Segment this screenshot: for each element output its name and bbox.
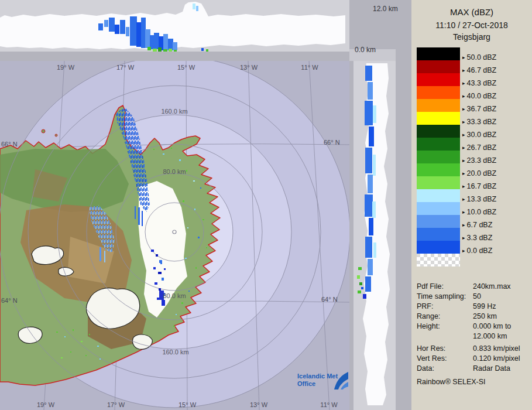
scale-arrow-icon: ▸ — [462, 54, 465, 60]
product-timestamp: 11:10 / 27-Oct-2018 — [411, 20, 532, 30]
scale-swatch — [417, 125, 460, 138]
right-cross-section-panel[interactable] — [353, 61, 396, 410]
scale-swatch — [417, 86, 460, 99]
dbz-color-scale: ▸50.0 dBZ ▸46.7 dBZ ▸43.3 dBZ ▸40.0 dBZ … — [417, 47, 532, 266]
scale-swatch-below-threshold — [417, 254, 460, 266]
scale-label: 0.0 dBZ — [467, 247, 493, 255]
top-cross-section-panel[interactable] — [0, 0, 349, 52]
info-row: PRF:599 Hz — [417, 302, 532, 312]
lat-label-right: 66° N — [324, 139, 340, 146]
software-branding: Rainbow® SELEX-SI — [417, 377, 532, 387]
scale-arrow-icon: ▸ — [462, 158, 465, 163]
range-ring-label: 160.0 km — [162, 348, 188, 356]
scale-swatch — [417, 112, 460, 125]
scale-swatch — [417, 73, 460, 86]
legend-panel: MAX (dBZ) 11:10 / 27-Oct-2018 Teigsbjarg… — [411, 0, 532, 410]
scale-arrow-icon: ▸ — [462, 67, 465, 73]
scale-swatch — [417, 176, 460, 189]
met-office-logo-icon — [334, 371, 349, 390]
radar-station-name: Teigsbjarg — [411, 32, 532, 42]
lon-label-top: 13° W — [240, 64, 258, 71]
lat-label-right: 64° N — [321, 296, 338, 303]
radar-application-window: { "cross_section": { "height_top": "12.0… — [0, 0, 532, 410]
info-row: Vert Res:0.120 km/pixel — [417, 354, 532, 364]
scale-arrow-icon: ▸ — [462, 119, 465, 125]
scale-swatch — [417, 215, 460, 228]
info-row: Time sampling:50 — [417, 292, 532, 302]
range-ring-label: 160.0 km — [161, 108, 187, 115]
scale-label: 20.0 dBZ — [467, 169, 497, 177]
scale-arrow-icon: ▸ — [462, 132, 465, 138]
islet — [42, 129, 45, 133]
scale-swatch — [417, 138, 460, 151]
scale-swatch — [417, 228, 460, 241]
lon-label-bottom: 17° W — [107, 401, 125, 408]
scale-arrow-icon: ▸ — [462, 196, 465, 202]
lon-label-top: 19° W — [57, 64, 74, 71]
info-row: Pdf File:240km.max — [417, 282, 532, 292]
lon-label-top: 15° W — [177, 64, 195, 71]
scale-label: 26.7 dBZ — [467, 144, 497, 152]
main-radar-map-panel[interactable]: 19° W 17° W 15° W 13° W 11° W 19° W 17° … — [0, 61, 349, 410]
lat-label-left: 64° N — [1, 297, 18, 304]
scale-label: 46.7 dBZ — [467, 66, 497, 74]
scale-swatch — [417, 151, 460, 163]
lon-label-bottom: 11° W — [320, 401, 337, 408]
lat-label-left: 66° N — [1, 141, 18, 148]
product-info-block: Pdf File:240km.max Time sampling:50 PRF:… — [417, 282, 532, 374]
lon-label-bottom: 13° W — [250, 401, 267, 408]
scale-swatch — [417, 202, 460, 215]
scale-label: 36.7 dBZ — [467, 105, 497, 113]
scale-swatch — [417, 163, 460, 176]
scale-arrow-icon: ▸ — [462, 145, 465, 151]
scale-label: 23.3 dBZ — [467, 156, 497, 165]
range-ring-label: 80.0 km — [163, 168, 186, 175]
scale-arrow-icon: ▸ — [462, 222, 465, 228]
product-title: MAX (dBZ) — [411, 7, 532, 17]
scale-label: 30.0 dBZ — [467, 131, 497, 139]
scale-label: 6.7 dBZ — [467, 221, 493, 229]
scale-swatch — [417, 241, 460, 254]
scale-label: 3.3 dBZ — [467, 234, 493, 242]
scale-arrow-icon: ▸ — [462, 93, 465, 99]
scale-arrow-icon: ▸ — [462, 248, 465, 254]
scale-label: 40.0 dBZ — [467, 92, 497, 100]
scale-label: 10.0 dBZ — [467, 208, 497, 216]
info-row: Range:250 km — [417, 312, 532, 322]
scale-swatch — [417, 47, 460, 60]
cross-section-top-height-label: 12.0 km — [373, 5, 398, 13]
info-row: Height:0.000 km to — [417, 322, 532, 332]
scale-row: ▸50.0 dBZ — [417, 47, 532, 60]
scale-arrow-icon: ▸ — [462, 235, 465, 241]
right-cross-section-canvas — [353, 61, 396, 410]
scale-swatch — [417, 99, 460, 112]
lon-label-bottom: 15° W — [179, 401, 196, 408]
info-row: Data:Radar Data — [417, 364, 532, 374]
cross-section-bottom-height-label: 0.0 km — [355, 46, 376, 54]
scale-arrow-icon: ▸ — [462, 106, 465, 112]
scale-label: 33.3 dBZ — [467, 118, 497, 126]
scale-label: 50.0 dBZ — [467, 53, 497, 62]
scale-arrow-icon: ▸ — [462, 183, 465, 189]
info-row: Hor Res:0.833 km/pixel — [417, 344, 532, 354]
scale-swatch — [417, 60, 460, 73]
met-office-logo-text: Icelandic Met Office — [297, 373, 338, 388]
lon-label-bottom: 19° W — [37, 401, 54, 408]
scale-label: 16.7 dBZ — [467, 182, 497, 190]
islet — [55, 134, 57, 136]
scale-arrow-icon: ▸ — [462, 80, 465, 86]
lon-label-top: 11° W — [301, 64, 318, 71]
scale-label: 13.3 dBZ — [467, 195, 497, 203]
scale-swatch — [417, 189, 460, 202]
top-cross-section-canvas — [0, 0, 349, 52]
lon-label-top: 17° W — [116, 64, 134, 71]
info-row: 12.000 km — [417, 332, 532, 341]
scale-arrow-icon: ▸ — [462, 209, 465, 215]
range-ring-label: 80.0 km — [163, 292, 186, 299]
scale-label: 43.3 dBZ — [467, 79, 497, 87]
scale-arrow-icon: ▸ — [462, 170, 465, 176]
